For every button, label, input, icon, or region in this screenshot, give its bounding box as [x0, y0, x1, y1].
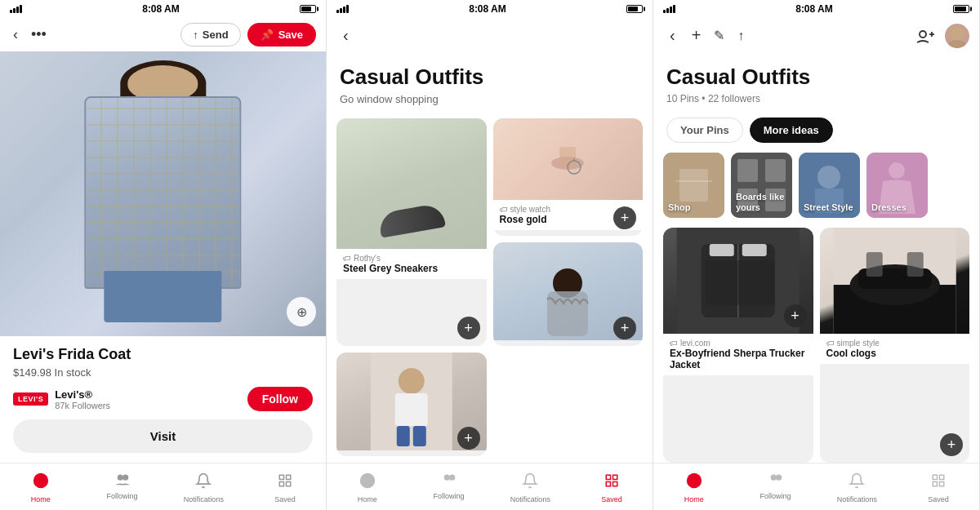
nav-following-2[interactable]: Following	[408, 468, 490, 507]
sneakers-info: 🏷 Rothy's Steel Grey Sneakers	[336, 249, 487, 279]
add-jacket-button[interactable]: +	[784, 304, 807, 327]
back-button-2[interactable]: ‹	[336, 23, 355, 48]
svg-point-18	[360, 473, 375, 488]
time-display-3: 8:08 AM	[795, 3, 833, 15]
pin-card-sitting[interactable]: +	[336, 353, 487, 456]
top-nav-3: ‹ + ✎ ↑	[653, 18, 979, 53]
tab-more-ideas[interactable]: More ideas	[750, 118, 833, 143]
nav-home-1[interactable]: Home	[0, 468, 82, 507]
pin-title: Levi's Frida Coat	[13, 346, 313, 363]
svg-point-39	[817, 166, 840, 188]
pin-detail-panel: 8:08 AM ‹ ••• ↑ Send 📌 Save	[0, 0, 327, 510]
pinterest-icon: 📌	[261, 29, 274, 41]
pin-price: $149.98 In stock	[13, 366, 313, 379]
more-button[interactable]: •••	[28, 23, 50, 47]
back-button-3[interactable]: ‹	[663, 23, 682, 48]
svg-point-25	[920, 31, 926, 38]
add-button[interactable]: +	[688, 23, 705, 48]
add-clogs-button[interactable]: +	[940, 433, 963, 456]
send-icon: ↑	[193, 29, 198, 41]
svg-rect-46	[742, 244, 767, 256]
time-display-2: 8:08 AM	[469, 3, 506, 15]
nav-following-1[interactable]: Following	[82, 468, 163, 507]
chip-shop[interactable]: Shop	[663, 153, 724, 218]
pin-card-jacket[interactable]: + 🏷 levi.com Ex-Boyfriend Sherpa Trucker…	[663, 228, 813, 463]
nav-home-2[interactable]: Home	[327, 468, 408, 507]
svg-rect-45	[710, 244, 734, 256]
add-fur-button[interactable]: +	[613, 317, 636, 339]
visit-button[interactable]: Visit	[13, 419, 313, 453]
more-ideas-panel: 8:08 AM ‹ + ✎ ↑ Casual Outfits 10 Pins •…	[653, 0, 980, 510]
svg-point-1	[117, 475, 122, 481]
follow-button[interactable]: Follow	[247, 387, 313, 411]
rosegold-image	[493, 118, 644, 200]
right-status-2	[626, 5, 643, 13]
nav-following-3[interactable]: Following	[735, 468, 817, 507]
back-button-1[interactable]: ‹	[10, 23, 21, 47]
add-friend-button[interactable]	[912, 24, 938, 47]
svg-point-28	[951, 27, 964, 40]
nav-saved-1[interactable]: Saved	[244, 468, 326, 507]
following-label-2: Following	[434, 492, 465, 500]
svg-rect-22	[613, 475, 617, 479]
signal-icon-2	[336, 5, 349, 13]
nav-saved-3[interactable]: Saved	[898, 468, 979, 507]
signal-icon	[10, 5, 22, 13]
svg-rect-3	[279, 475, 283, 479]
jacket-name: Ex-Boyfriend Sherpa Trucker Jacket	[670, 348, 807, 370]
right-status-3	[953, 5, 969, 13]
home-icon-1	[32, 472, 50, 494]
nav-notifications-1[interactable]: Notifications	[163, 468, 245, 507]
nav-saved-2[interactable]: Saved	[571, 468, 653, 507]
notifications-label-1: Notifications	[184, 495, 224, 503]
chip-street-label: Street Style	[804, 202, 855, 213]
board-panel: 8:08 AM ‹ Casual Outfits Go window shopp…	[327, 0, 653, 510]
chip-street-style[interactable]: Street Style	[799, 153, 860, 218]
pin-card-clogs[interactable]: + 🏷 simple style Cool clogs	[820, 228, 970, 463]
svg-rect-12	[547, 291, 588, 336]
svg-rect-17	[413, 426, 426, 446]
add-sitting-button[interactable]: +	[457, 427, 480, 450]
battery-icon-2	[626, 5, 643, 13]
battery-icon-1	[300, 5, 316, 13]
avatar[interactable]	[945, 24, 969, 48]
brand-info: LEVI'S Levi's® 87k Followers	[13, 388, 110, 410]
edit-button[interactable]: ✎	[710, 24, 728, 47]
pin-card-fur[interactable]: +	[493, 242, 644, 346]
save-button[interactable]: 📌 Save	[247, 23, 316, 47]
board-stats: 10 Pins • 22 followers	[666, 93, 966, 111]
chip-dresses[interactable]: Dresses	[866, 153, 928, 218]
bell-icon-1	[195, 472, 212, 494]
pin-card-sneakers[interactable]: 🏷 Rothy's Steel Grey Sneakers +	[336, 118, 487, 346]
nav-home-3[interactable]: Home	[653, 468, 735, 507]
svg-point-14	[399, 368, 425, 394]
sneakers-image	[336, 118, 487, 249]
save-label: Save	[278, 29, 303, 41]
board-header-3: Casual Outfits 10 Pins • 22 followers	[653, 53, 979, 118]
svg-rect-53	[866, 252, 882, 277]
expand-button[interactable]: ⊕	[287, 297, 316, 326]
tag-icon-rosegold: 🏷	[500, 205, 508, 214]
signal-icon-3	[663, 5, 675, 13]
svg-point-42	[889, 162, 905, 179]
sneakers-name: Steel Grey Sneakers	[343, 263, 480, 274]
pins-grid: 🏷 Rothy's Steel Grey Sneakers + 🏷	[327, 112, 653, 463]
bottom-nav-1: Home Following Notifications Saved	[0, 463, 326, 510]
svg-rect-54	[906, 252, 923, 277]
nav-notifications-3[interactable]: Notifications	[817, 468, 898, 507]
notifications-label-3: Notifications	[837, 495, 877, 503]
nav-notifications-2[interactable]: Notifications	[490, 468, 572, 507]
status-bar-1: 8:08 AM	[0, 0, 326, 18]
send-button[interactable]: ↑ Send	[180, 23, 240, 47]
tab-your-pins[interactable]: Your Pins	[666, 118, 743, 143]
pin-card-rosegold[interactable]: 🏷 style watch Rose gold +	[493, 118, 644, 236]
status-bar-2: 8:08 AM	[327, 0, 653, 18]
svg-rect-34	[737, 159, 758, 182]
board-title: Casual Outfits	[340, 64, 639, 90]
share-button[interactable]: ↑	[734, 25, 747, 47]
add-sneakers-button[interactable]: +	[457, 317, 480, 339]
add-rosegold-button[interactable]: +	[613, 206, 636, 229]
tabs-row: Your Pins More ideas	[653, 118, 979, 143]
svg-rect-15	[395, 393, 428, 426]
chip-boards-like-yours[interactable]: Boards like yours	[731, 153, 792, 218]
